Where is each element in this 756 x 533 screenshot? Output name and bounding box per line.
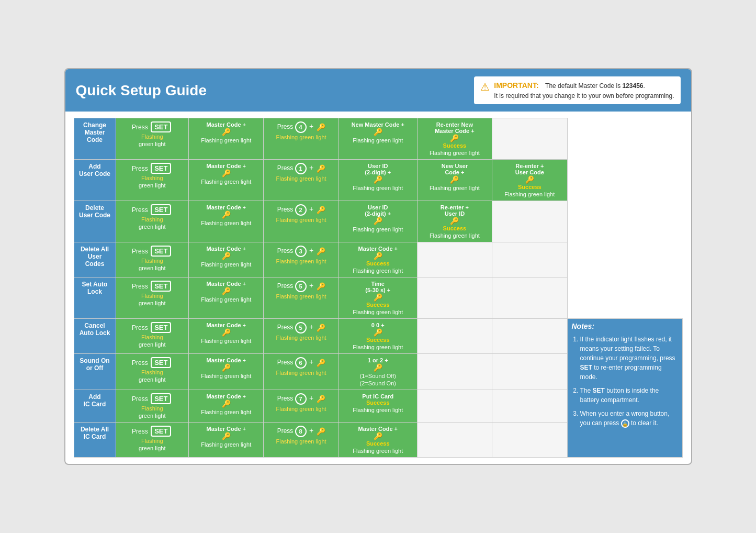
- num-badge: 8: [295, 426, 307, 437]
- key-icon: 🔑: [222, 169, 231, 177]
- step-cell: Press SETFlashinggreen light: [116, 201, 189, 242]
- step-cell: Master Code +🔑Flashing green light: [189, 390, 264, 423]
- empty-cell: [417, 242, 492, 277]
- success-text: Success: [343, 260, 413, 266]
- key-icon: 🔑: [374, 293, 382, 302]
- step-cell: Master Code +🔑Flashing green light: [189, 354, 264, 390]
- set-badge: SET: [151, 121, 171, 132]
- key-icon: 🔑: [317, 247, 325, 256]
- row-label: CancelAuto Lock: [74, 319, 116, 354]
- header: Quick Setup Guide ⚠ IMPORTANT: The defau…: [65, 69, 691, 112]
- key-icon: 🔑: [374, 328, 382, 337]
- step-cell: Time(5-30 s) +🔑SuccessFlashing green lig…: [338, 277, 417, 319]
- step-cell: Re-enter +User ID🔑SuccessFlashing green …: [417, 201, 492, 242]
- num-badge: 2: [295, 204, 307, 216]
- set-badge: SET: [151, 357, 171, 368]
- step-cell: Press 4 + 🔑Flashing green light: [264, 118, 338, 160]
- set-badge: SET: [151, 393, 171, 404]
- step-cell: Master Code +🔑Flashing green light: [189, 277, 264, 319]
- key-icon: 🔑: [317, 359, 325, 367]
- step-cell: Master Code +🔑Flashing green light: [189, 160, 264, 201]
- empty-cell: [492, 319, 567, 354]
- notes-title: Notes:: [572, 322, 678, 330]
- key-icon: 🔑: [222, 252, 231, 260]
- empty-cell: [492, 354, 567, 390]
- key-icon: 🔑: [450, 175, 459, 184]
- num-badge: 7: [295, 393, 307, 405]
- num-badge: 5: [295, 322, 307, 334]
- step-cell: Master Code +🔑SuccessFlashing green ligh…: [338, 423, 417, 458]
- step-cell: Press 5 + 🔑Flashing green light: [264, 319, 338, 354]
- num-badge: 3: [295, 246, 307, 257]
- row-label: AddIC Card: [74, 390, 116, 423]
- step-cell: Press SETFlashinggreen light: [116, 242, 189, 277]
- key-icon: 🔑: [374, 217, 382, 225]
- empty-cell: [417, 319, 492, 354]
- step-cell: Master Code +🔑Flashing green light: [189, 201, 264, 242]
- key-icon: 🔑: [222, 328, 231, 337]
- step-cell: Master Code +🔑Flashing green light: [189, 319, 264, 354]
- key-icon: 🔑: [317, 164, 325, 173]
- key-icon: 🔑: [317, 123, 325, 131]
- key-icon: 🔑: [222, 399, 231, 408]
- key-icon: 🔑: [222, 432, 231, 440]
- success-text: Success: [343, 302, 413, 308]
- key-icon: 🔑: [525, 175, 534, 184]
- success-text: Success: [343, 440, 413, 447]
- key-icon: 🔑: [317, 427, 325, 436]
- empty-cell: [492, 423, 567, 458]
- num-badge: 5: [295, 281, 307, 292]
- empty-cell: [492, 242, 567, 277]
- notes-item: If the indicator light flashes red, it m…: [580, 335, 678, 382]
- step-cell: Press 7 + 🔑Flashing green light: [264, 390, 338, 423]
- key-icon: 🔑: [222, 128, 231, 136]
- notes-cell: Notes:If the indicator light flashes red…: [567, 319, 682, 458]
- step-cell: Press 1 + 🔑Flashing green light: [264, 160, 338, 201]
- num-badge: 6: [295, 357, 307, 369]
- step-cell: Press 8 + 🔑Flashing green light: [264, 423, 338, 458]
- step-cell: Master Code +🔑Flashing green light: [189, 423, 264, 458]
- key-icon: 🔑: [317, 206, 325, 214]
- step-cell: Press SETFlashinggreen light: [116, 354, 189, 390]
- row-label: DeleteUser Code: [74, 201, 116, 242]
- set-badge: SET: [151, 246, 171, 257]
- step-cell: Press 5 + 🔑Flashing green light: [264, 277, 338, 319]
- key-icon: 🔑: [374, 175, 382, 184]
- empty-cell: [492, 277, 567, 319]
- important-label: IMPORTANT:: [494, 81, 538, 90]
- step-cell: Press SETFlashinggreen light: [116, 118, 189, 160]
- success-text: Success: [422, 142, 488, 149]
- step-cell: Re-enter NewMaster Code +🔑SuccessFlashin…: [417, 118, 492, 160]
- success-text: Success: [343, 337, 413, 343]
- step-cell: New Master Code +🔑Flashing green light: [338, 118, 417, 160]
- step-cell: Press SETFlashinggreen light: [116, 390, 189, 423]
- key-icon: 🔑: [374, 128, 382, 136]
- empty-cell: [417, 277, 492, 319]
- key-icon: 🔑: [374, 432, 382, 440]
- row-label: Delete AllUserCodes: [74, 242, 116, 277]
- key-icon: 🔑: [374, 363, 382, 372]
- empty-cell: [492, 118, 567, 160]
- success-text: Success: [422, 225, 488, 231]
- empty-cell: [492, 390, 567, 423]
- success-text: Success: [343, 399, 413, 406]
- key-icon: 🔑: [317, 324, 325, 332]
- success-text: Success: [497, 184, 562, 190]
- main-card: Quick Setup Guide ⚠ IMPORTANT: The defau…: [64, 68, 692, 465]
- step-cell: Master Code +🔑Flashing green light: [189, 118, 264, 160]
- num-badge: 1: [295, 163, 307, 174]
- step-cell: Put IC CardSuccessFlashing green light: [338, 390, 417, 423]
- row-label: Sound Onor Off: [74, 354, 116, 390]
- set-badge: SET: [151, 281, 171, 292]
- empty-cell: [417, 423, 492, 458]
- step-cell: User ID(2-digit) +🔑Flashing green light: [338, 160, 417, 201]
- page-title: Quick Setup Guide: [76, 82, 207, 99]
- row-label: AddUser Code: [74, 160, 116, 201]
- notes-item: When you enter a wrong button, you can p…: [580, 409, 678, 428]
- step-cell: 0 0 +🔑SuccessFlashing green light: [338, 319, 417, 354]
- key-icon: 🔑: [450, 217, 459, 225]
- empty-cell: [417, 390, 492, 423]
- notes-item: The SET button is inside the battery com…: [580, 386, 678, 405]
- step-cell: Master Code +🔑SuccessFlashing green ligh…: [338, 242, 417, 277]
- table-area: ChangeMasterCodePress SETFlashinggreen l…: [65, 112, 691, 464]
